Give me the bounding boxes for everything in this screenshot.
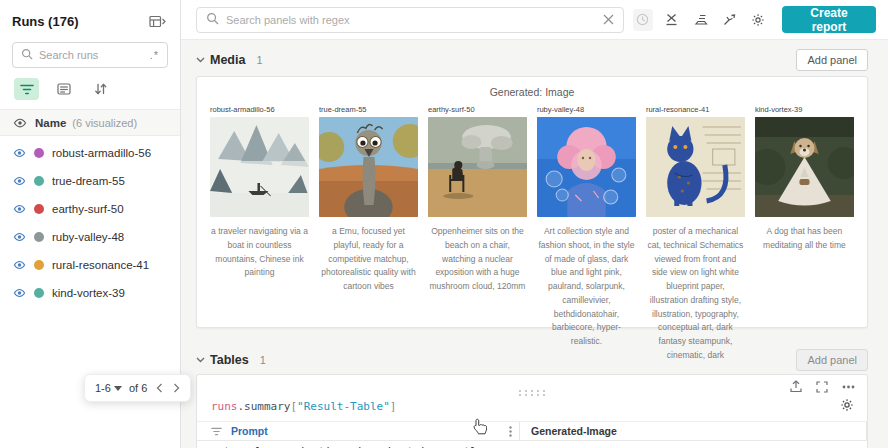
runs-count-title: Runs (176) [12,14,78,29]
panel-layers-icon[interactable] [691,9,711,31]
run-row-earthy-surf-50[interactable]: earthy-surf-50 [0,195,180,223]
query-accessor: .summary [238,400,291,413]
visibility-eye-icon[interactable] [13,144,26,162]
tables-section-title[interactable]: Tables [210,353,249,367]
generated-image-thumbnail[interactable] [537,117,636,217]
generated-image-thumbnail[interactable] [319,117,418,217]
run-row-kind-vortex-39[interactable]: kind-vortex-39 [0,279,180,307]
media-item-run-label: robust-armadillo-56 [210,105,309,114]
clear-search-icon[interactable] [603,11,614,29]
page-range-value: 1-6 [95,382,111,394]
run-name-label[interactable]: rural-resonance-41 [52,259,149,271]
visibility-eye-icon[interactable] [13,228,26,246]
run-row-ruby-valley-48[interactable]: ruby-valley-48 [0,223,180,251]
run-color-dot [34,148,44,158]
wandb-workspace: Runs (176) Search runs .* [0,0,888,448]
expand-runs-table-icon[interactable] [146,10,168,32]
sort-runs-button[interactable] [88,78,113,100]
column-filter-icon[interactable] [211,427,222,436]
generated-image-thumbnail[interactable] [428,117,527,217]
prompt-cell[interactable]: a traveler navigating via a boat in coun… [197,441,519,448]
run-row-robust-armadillo-56[interactable]: robust-armadillo-56 [0,139,180,167]
visibility-eye-icon[interactable] [13,172,26,190]
run-name-label[interactable]: true-dream-55 [52,175,125,187]
caret-down-icon [114,386,122,391]
media-item: earthy-surf-50 [423,105,532,363]
ink-painting-image [210,117,309,217]
runs-name-column-header[interactable]: Name (6 visualized) [0,109,180,136]
query-key: "Result-Table" [297,400,390,413]
export-icon[interactable] [790,380,802,393]
media-item-run-label: rural-resonance-41 [646,105,745,114]
visibility-eye-icon[interactable] [13,256,26,274]
run-name-label[interactable]: earthy-surf-50 [52,203,124,215]
prev-page-icon[interactable] [156,383,163,393]
run-color-dot [34,260,44,270]
pink-hair-fashion-image [537,117,636,217]
run-color-dot [34,288,44,298]
name-column-label: Name [35,117,66,129]
emu-image [319,117,418,217]
media-section-title[interactable]: Media [210,53,245,67]
run-row-rural-resonance-41[interactable]: rural-resonance-41 [0,251,180,279]
workspace-topbar: Search panels with regex Create report [181,0,888,40]
generated-image-media-panel[interactable]: Generated: Image robust-armadillo-56 [196,76,868,328]
media-item-caption: A dog that has been meditating all the t… [755,225,854,253]
eye-icon [13,114,27,132]
media-item-run-label: earthy-surf-50 [428,105,527,114]
chevron-down-icon[interactable] [196,357,205,363]
run-name-label[interactable]: ruby-valley-48 [52,231,124,243]
regex-toggle[interactable]: .* [150,49,159,61]
visibility-eye-icon[interactable] [13,284,26,302]
media-add-panel-button[interactable]: Add panel [796,49,868,71]
visualized-count-label: (6 visualized) [72,117,137,129]
tables-panel-count: 1 [260,354,266,366]
media-item-run-label: true-dream-55 [319,105,418,114]
tables-add-panel-button[interactable]: Add panel [796,349,868,371]
column-menu-icon[interactable] [509,426,519,437]
search-icon [206,11,219,29]
result-table-panel[interactable]: runs.summary["Result-Table"] Prompt Gene… [196,374,868,448]
generated-image-column-header[interactable]: Generated-Image [519,422,867,440]
next-page-icon[interactable] [173,383,180,393]
generated-image-thumbnail[interactable] [646,117,745,217]
media-item-caption: a traveler navigating via a boat in coun… [210,225,309,280]
create-report-button[interactable]: Create report [782,6,876,33]
panel-search-input[interactable]: Search panels with regex [196,7,624,33]
run-name-label[interactable]: kind-vortex-39 [52,287,125,299]
prompt-column-label[interactable]: Prompt [231,425,268,437]
runs-pagination: 1-6 of 6 [84,374,191,402]
fullscreen-icon[interactable] [816,381,828,393]
visibility-eye-icon[interactable] [13,200,26,218]
generated-image-thumbnail[interactable] [210,117,309,217]
table-settings-gear-icon[interactable] [840,398,854,416]
undo-x-axis-icon[interactable] [662,9,682,31]
search-icon [21,46,33,64]
generated-image-cell[interactable] [519,441,867,448]
page-range-dropdown[interactable]: 1-6 [95,382,122,394]
panel-search-placeholder: Search panels with regex [226,14,596,26]
generated-image-column-label: Generated-Image [531,425,617,437]
panel-drag-handle[interactable] [517,383,547,401]
run-color-dot [34,176,44,186]
mushroom-cloud-image [428,117,527,217]
search-runs-input[interactable]: Search runs .* [12,42,168,68]
search-runs-placeholder: Search runs [39,49,144,61]
chevron-down-icon[interactable] [196,57,205,63]
filter-runs-button[interactable] [14,78,39,100]
table-row[interactable]: a traveler navigating via a boat in coun… [197,441,867,448]
query-bracket: ] [390,400,397,413]
run-row-true-dream-55[interactable]: true-dream-55 [0,167,180,195]
run-name-label[interactable]: robust-armadillo-56 [52,147,151,159]
generated-image-thumbnail[interactable] [755,117,854,217]
more-options-icon[interactable] [842,385,855,389]
prompt-column-header[interactable]: Prompt [197,422,519,440]
media-panel-title: Generated: Image [205,86,859,98]
group-runs-button[interactable] [51,78,76,100]
media-item-caption: a Emu, focused yet playful, ready for a … [319,225,418,294]
media-item-run-label: ruby-valley-48 [537,105,636,114]
run-color-dot [34,204,44,214]
run-list: robust-armadillo-56 true-dream-55 earthy… [0,139,180,307]
sweep-icon[interactable] [719,9,739,31]
settings-gear-icon[interactable] [748,9,768,31]
